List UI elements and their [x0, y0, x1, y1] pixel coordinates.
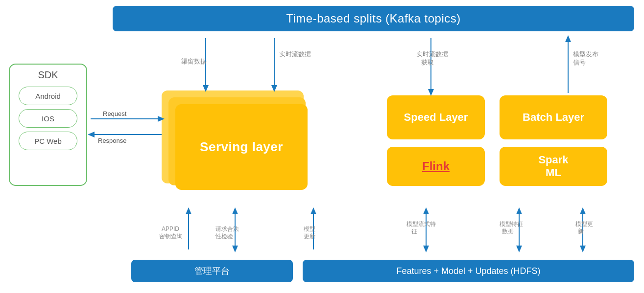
- svg-text:新: 新: [578, 228, 584, 235]
- svg-text:请求合法: 请求合法: [215, 225, 239, 232]
- sdk-android: Android: [19, 87, 77, 105]
- stack-card-3: Serving layer: [175, 104, 308, 190]
- flink-box: Flink: [387, 147, 485, 186]
- sdk-title: SDK: [38, 69, 58, 81]
- batch-layer-box: Batch Layer: [500, 95, 607, 139]
- svg-text:密钥查询: 密钥查询: [159, 233, 183, 240]
- sdk-ios: IOS: [19, 109, 77, 128]
- spark-ml-box: SparkML: [500, 147, 607, 186]
- speed-layer-box: Speed Layer: [387, 95, 485, 139]
- svg-text:数据: 数据: [502, 228, 514, 235]
- flink-label: Flink: [422, 159, 450, 173]
- spark-ml-label: SparkML: [538, 154, 568, 180]
- svg-text:Response: Response: [98, 137, 127, 144]
- svg-text:模型流式特: 模型流式特: [406, 221, 436, 227]
- svg-text:信号: 信号: [573, 59, 586, 66]
- svg-text:APPID: APPID: [162, 225, 179, 232]
- bottom-right-bar: Features + Model + Updates (HDFS): [303, 260, 634, 282]
- svg-text:模型: 模型: [304, 225, 315, 232]
- sdk-box: SDK Android IOS PC Web: [9, 64, 87, 186]
- svg-text:渠窗数据: 渠窗数据: [181, 58, 207, 65]
- svg-text:实时流数据: 实时流数据: [416, 50, 448, 58]
- svg-text:模型特征: 模型特征: [500, 221, 523, 227]
- top-bar-title: Time-based splits (Kafka topics): [286, 12, 461, 25]
- batch-layer-label: Batch Layer: [523, 111, 584, 124]
- svg-text:征: 征: [411, 228, 417, 235]
- svg-text:性检验: 性检验: [215, 233, 233, 240]
- svg-text:更新: 更新: [304, 233, 315, 240]
- bottom-right-label: Features + Model + Updates (HDFS): [396, 266, 540, 276]
- serving-layer-label: Serving layer: [200, 139, 283, 155]
- top-bar: Time-based splits (Kafka topics): [113, 6, 634, 31]
- svg-text:实时流数据: 实时流数据: [279, 50, 311, 58]
- svg-text:Request: Request: [103, 110, 127, 117]
- sdk-pcweb: PC Web: [19, 132, 77, 150]
- svg-text:模型发布: 模型发布: [573, 50, 598, 58]
- speed-layer-label: Speed Layer: [404, 111, 468, 124]
- bottom-left-label: 管理平台: [194, 265, 230, 277]
- svg-text:模型更: 模型更: [575, 221, 593, 227]
- svg-text:获取: 获取: [421, 59, 434, 66]
- bottom-left-bar: 管理平台: [131, 260, 293, 282]
